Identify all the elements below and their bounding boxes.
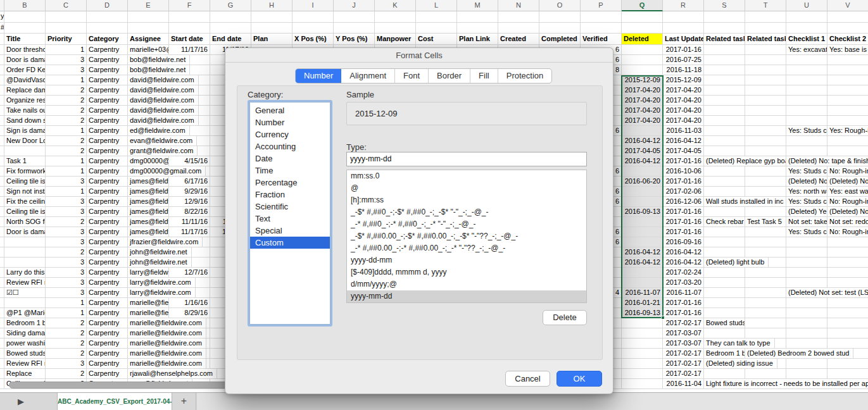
grid-cell-t26[interactable] — [745, 268, 786, 278]
grid-cell-t28[interactable] — [745, 288, 786, 298]
dialog-tab-fill[interactable]: Fill — [470, 69, 498, 83]
grid-cell-s19[interactable]: Wall studs installed in inc — [704, 197, 786, 207]
grid-cell-r24[interactable]: 2016-04-12 — [663, 247, 704, 258]
grid-cell-d5[interactable]: Carpentry — [87, 55, 128, 65]
grid-cell-r10[interactable]: 2017-04-20 — [663, 106, 704, 116]
dialog-tab-border[interactable]: Border — [429, 69, 470, 83]
grid-cell-f21[interactable]: 11/11/16 — [169, 217, 210, 227]
grid-cell-b19[interactable]: Fix the ceilin — [4, 197, 46, 207]
grid-cell-d26[interactable]: Carpentry — [87, 268, 128, 278]
grid-cell-u22[interactable]: Yes: Studs cc — [786, 227, 827, 237]
grid-cell-u24[interactable] — [786, 247, 827, 258]
grid-cell-q[interactable] — [622, 23, 663, 34]
grid-cell-u16[interactable]: Yes: Studs cc — [786, 166, 827, 177]
grid-cell-v18[interactable]: Yes: east wal — [827, 187, 868, 197]
grid-cell-l[interactable] — [416, 23, 457, 34]
column-header-k[interactable]: K — [375, 0, 416, 11]
grid-cell-d33[interactable]: Carpentry — [87, 339, 128, 349]
grid-cell-c13[interactable]: 2 — [46, 136, 87, 146]
grid-cell-l[interactable] — [416, 11, 457, 23]
grid-cell-q16[interactable] — [622, 166, 663, 177]
column-header-a-sliver[interactable] — [0, 0, 4, 11]
grid-cell-f18[interactable]: 9/29/16 — [169, 187, 210, 197]
grid-cell-r32[interactable]: 2017-03-07 — [663, 328, 704, 339]
dialog-tab-protection[interactable]: Protection — [498, 69, 552, 83]
grid-cell-c9[interactable]: 2 — [46, 96, 87, 106]
grid-cell-u11[interactable] — [786, 116, 827, 126]
grid-cell-q33[interactable] — [622, 339, 663, 349]
grid-cell-v6[interactable] — [827, 65, 868, 75]
grid-cell-c21[interactable]: 2 — [46, 217, 87, 227]
grid-cell-s27[interactable] — [704, 278, 745, 288]
grid-cell-yp[interactable] — [334, 11, 375, 23]
grid-cell-d29[interactable]: Carpentry — [87, 298, 128, 308]
grid-cell-d16[interactable]: Carpentry — [87, 166, 128, 177]
grid-cell-b20[interactable]: Ceiling tile is — [4, 207, 46, 217]
grid-cell-r8[interactable]: 2017-04-20 — [663, 85, 704, 96]
category-item-custom[interactable]: Custom — [250, 237, 330, 249]
grid-cell-a[interactable] — [0, 116, 4, 126]
grid-cell-s5[interactable] — [704, 55, 745, 65]
grid-cell-r14[interactable]: 2017-04-05 — [663, 146, 704, 156]
category-item-general[interactable]: General — [250, 104, 330, 116]
grid-cell-f4[interactable]: 11/17/16 — [169, 45, 210, 55]
grid-cell-r34[interactable]: 2017-02-17 — [663, 349, 704, 359]
grid-cell-v29[interactable] — [827, 298, 868, 308]
field-header-q[interactable]: Deleted — [622, 34, 663, 45]
grid-cell-d[interactable] — [87, 23, 128, 34]
grid-cell-u23[interactable] — [786, 237, 827, 247]
grid-cell-f[interactable] — [169, 23, 210, 34]
grid-cell-b16[interactable]: Fix formwork — [4, 166, 46, 177]
grid-cell-v13[interactable] — [827, 136, 868, 146]
grid-cell-e32[interactable]: marielle@fieldwire.com — [128, 328, 206, 339]
grid-cell-d22[interactable]: Carpentry — [87, 227, 128, 237]
grid-cell-t27[interactable] — [745, 278, 786, 288]
grid-cell-u13[interactable] — [786, 136, 827, 146]
grid-cell-c10[interactable]: 2 — [46, 106, 87, 116]
grid-cell-d31[interactable]: Carpentry — [87, 318, 128, 328]
grid-cell-c23[interactable]: 3 — [46, 237, 87, 247]
grid-cell-a[interactable] — [0, 349, 4, 359]
grid-cell-r21[interactable]: 2017-01-16 — [663, 217, 704, 227]
grid-cell-q37[interactable] — [622, 379, 663, 389]
grid-cell-a[interactable] — [0, 156, 4, 166]
grid-cell-b6[interactable]: Order FD Key — [4, 65, 46, 75]
grid-cell-e11[interactable]: david@fieldwire.com — [128, 116, 199, 126]
grid-cell-o[interactable] — [539, 11, 581, 23]
ok-button[interactable]: OK — [557, 371, 602, 387]
grid-cell-d12[interactable]: Carpentry — [87, 126, 128, 136]
grid-cell-v30[interactable] — [827, 308, 868, 318]
grid-cell-q27[interactable] — [622, 278, 663, 288]
grid-cell-v7[interactable] — [827, 75, 868, 85]
grid-cell-b35[interactable]: Review RFI r — [4, 359, 46, 369]
column-header-g[interactable]: G — [210, 0, 251, 11]
grid-cell-s[interactable] — [704, 23, 745, 34]
grid-cell-q29[interactable]: 2016-01-21 — [622, 298, 663, 308]
grid-cell-u17[interactable]: (Deleted) No — [786, 177, 827, 187]
grid-cell-a[interactable] — [0, 258, 4, 268]
grid-cell-e16[interactable]: dmg00000@gmail.com — [128, 166, 206, 177]
grid-cell-d32[interactable]: Carpentry — [87, 328, 128, 339]
grid-cell-q24[interactable]: 2016-04-12 — [622, 247, 663, 258]
grid-cell-r17[interactable]: 2017-01-16 — [663, 177, 704, 187]
field-header-s[interactable]: Related task — [704, 34, 745, 45]
grid-cell-q35[interactable] — [622, 359, 663, 369]
grid-cell-u31[interactable] — [786, 318, 827, 328]
grid-cell-e31[interactable]: marielle@fieldwire.com — [128, 318, 206, 328]
grid-cell-d35[interactable]: Carpentry — [87, 359, 128, 369]
grid-cell-c8[interactable]: 2 — [46, 85, 87, 96]
grid-cell-d13[interactable]: Carpentry — [87, 136, 128, 146]
grid-cell-n[interactable] — [498, 23, 539, 34]
grid-cell-t30[interactable] — [745, 308, 786, 318]
grid-cell-a[interactable] — [0, 75, 4, 85]
grid-cell-b21[interactable]: North SOG fo — [4, 217, 46, 227]
grid-cell-u32[interactable] — [786, 328, 827, 339]
grid-cell-v4[interactable]: Yes: base is i — [827, 45, 868, 55]
grid-cell-m[interactable] — [457, 11, 498, 23]
grid-cell-b34[interactable]: Bowed studs — [4, 349, 46, 359]
grid-cell-t31[interactable] — [745, 318, 786, 328]
grid-cell-k[interactable] — [375, 23, 416, 34]
grid-cell-c36[interactable]: 2 — [46, 369, 87, 379]
grid-cell-c11[interactable]: 2 — [46, 116, 87, 126]
grid-cell-u4[interactable]: Yes: excavati — [786, 45, 827, 55]
